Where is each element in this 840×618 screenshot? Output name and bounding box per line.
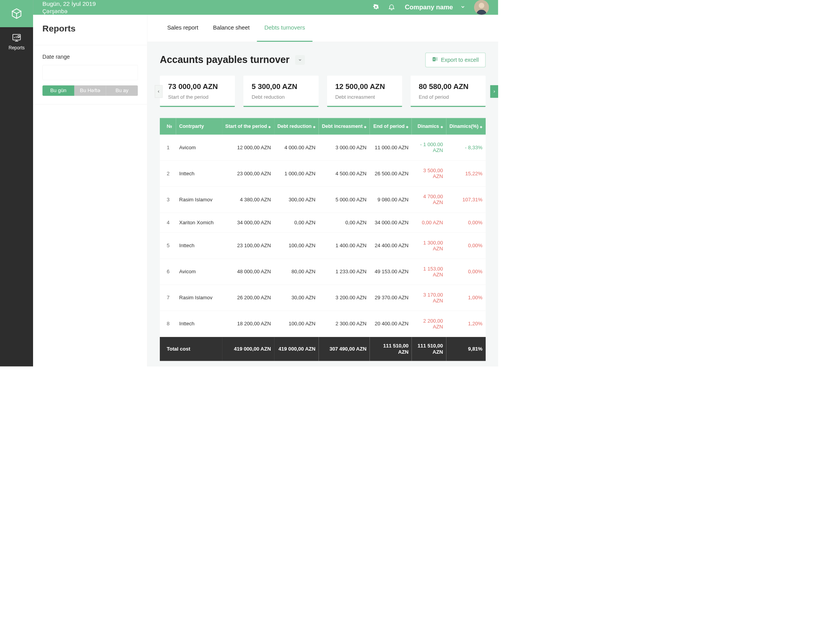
cell-start: 12 000,00 AZN — [222, 134, 274, 161]
table-row[interactable]: 1 Avicom 12 000,00 AZN 4 000.00 AZN 3 00… — [160, 134, 486, 161]
cell-reduction: 100,00 AZN — [274, 233, 319, 259]
date-range-input[interactable] — [42, 65, 138, 80]
table-row[interactable]: 5 Inttech 23 100,00 AZN 100,00 AZN 1 400… — [160, 233, 486, 259]
cell-num: 2 — [160, 161, 176, 187]
company-name: Company name — [405, 3, 453, 11]
col-dinamics-pct[interactable]: Dinamics(%)◆ — [446, 118, 485, 135]
col-increase[interactable]: Debt increasment◆ — [319, 118, 370, 135]
table-row[interactable]: 6 Avicom 48 000,00 AZN 80,00 AZN 1 233.0… — [160, 259, 486, 285]
cell-start: 48 000,00 AZN — [222, 259, 274, 285]
cell-reduction: 0,00 AZN — [274, 213, 319, 233]
cell-contrparty: Inttech — [176, 311, 222, 337]
kpi-card: 80 580,00 AZN End of period — [410, 76, 485, 107]
kpi-prev-button[interactable] — [155, 85, 163, 98]
cell-contrparty: Inttech — [176, 233, 222, 259]
header-day: Çərşənbə — [42, 8, 96, 15]
total-inc: 307 490,00 AZN — [319, 337, 370, 361]
cell-dinamics: 1 300,00 AZN — [412, 233, 446, 259]
cell-num: 4 — [160, 213, 176, 233]
seg-today[interactable]: Bu gün — [42, 85, 74, 96]
cell-dinamics: 0,00 AZN — [412, 213, 446, 233]
cell-num: 1 — [160, 134, 176, 161]
cell-increase: 4 500.00 AZN — [319, 161, 370, 187]
cell-end: 29 370.00 AZN — [370, 285, 412, 311]
col-dinamics[interactable]: Dinamics◆ — [412, 118, 446, 135]
cell-contrparty: Xariton Xomich — [176, 213, 222, 233]
total-label: Total cost — [160, 337, 222, 361]
cell-start: 23 100,00 AZN — [222, 233, 274, 259]
tab-debts[interactable]: Debts turnovers — [257, 15, 313, 42]
svg-point-1 — [18, 35, 20, 37]
rail-item-label: Reports — [0, 45, 33, 51]
svg-rect-7 — [436, 59, 438, 59]
total-pct: 9,81% — [446, 337, 485, 361]
cell-dinamics: 3 170,00 AZN — [412, 285, 446, 311]
svg-rect-8 — [436, 60, 438, 61]
table-row[interactable]: 2 Inttech 23 000,00 AZN 1 000,00 AZN 4 5… — [160, 161, 486, 187]
col-reduction[interactable]: Debt reduction◆ — [274, 118, 319, 135]
export-label: Export to excell — [441, 57, 479, 63]
cell-start: 26 200,00 AZN — [222, 285, 274, 311]
cell-dinamics-pct: 1,00% — [446, 285, 485, 311]
kpi-value: 80 580,00 AZN — [419, 82, 478, 91]
cell-reduction: 30,00 AZN — [274, 285, 319, 311]
cell-end: 34 000.00 AZN — [370, 213, 412, 233]
cell-increase: 1 233.00 AZN — [319, 259, 370, 285]
avatar[interactable] — [474, 0, 489, 15]
cell-dinamics-pct: 1,20% — [446, 311, 485, 337]
table-row[interactable]: 7 Rasim Islamov 26 200,00 AZN 30,00 AZN … — [160, 285, 486, 311]
gear-icon[interactable] — [372, 3, 380, 11]
company-caret-icon[interactable] — [460, 4, 466, 10]
kpi-value: 12 500,00 AZN — [335, 82, 394, 91]
col-start[interactable]: Start of the period◆ — [222, 118, 274, 135]
cell-num: 5 — [160, 233, 176, 259]
cell-contrparty: Avicom — [176, 134, 222, 161]
svg-point-4 — [479, 3, 484, 8]
page-title: Accaunts payables turnover — [160, 54, 290, 65]
cell-increase: 2 300.00 AZN — [319, 311, 370, 337]
app-logo[interactable] — [0, 0, 33, 27]
cell-end: 24 400.00 AZN — [370, 233, 412, 259]
kpi-next-button[interactable] — [490, 85, 498, 98]
cell-start: 23 000,00 AZN — [222, 161, 274, 187]
date-range-label: Date range — [42, 54, 138, 60]
cell-increase: 1 400.00 AZN — [319, 233, 370, 259]
cell-increase: 3 200.00 AZN — [319, 285, 370, 311]
cell-num: 7 — [160, 285, 176, 311]
bell-icon[interactable] — [388, 3, 395, 11]
cell-contrparty: Inttech — [176, 161, 222, 187]
seg-month[interactable]: Bu ay — [106, 85, 138, 96]
tab-balance[interactable]: Balance sheet — [206, 15, 257, 42]
rail-item-reports[interactable]: Reports — [0, 27, 33, 56]
cell-dinamics: 3 500,00 AZN — [412, 161, 446, 187]
cell-num: 8 — [160, 311, 176, 337]
col-num[interactable]: № — [160, 118, 176, 135]
table-row[interactable]: 3 Rasim Islamov 4 380,00 AZN 300,00 AZN … — [160, 187, 486, 213]
cell-num: 6 — [160, 259, 176, 285]
kpi-card: 5 300,00 AZN Debt reduction — [243, 76, 318, 107]
cell-reduction: 1 000,00 AZN — [274, 161, 319, 187]
kpi-label: Debt reduction — [252, 94, 310, 100]
cell-dinamics: - 1 000.00 AZN — [412, 134, 446, 161]
page-title-dropdown[interactable] — [295, 55, 305, 65]
cell-start: 18 200,00 AZN — [222, 311, 274, 337]
cell-dinamics-pct: 0,00% — [446, 259, 485, 285]
col-end[interactable]: End of period◆ — [370, 118, 412, 135]
cell-dinamics-pct: - 8,33% — [446, 134, 485, 161]
side-panel: Reports Date range Bu gün Bu Həftə Bu ay — [33, 15, 147, 367]
seg-week[interactable]: Bu Həftə — [74, 85, 106, 96]
kpi-label: Debt increasment — [335, 94, 394, 100]
total-din: 111 510,00 AZN — [412, 337, 446, 361]
col-contrparty[interactable]: Contrparty — [176, 118, 222, 135]
table-row[interactable]: 4 Xariton Xomich 34 000,00 AZN 0,00 AZN … — [160, 213, 486, 233]
kpi-value: 73 000,00 AZN — [168, 82, 227, 91]
table-row[interactable]: 8 Inttech 18 200,00 AZN 100,00 AZN 2 300… — [160, 311, 486, 337]
kpi-label: End of period — [419, 94, 478, 100]
tab-sales[interactable]: Sales report — [160, 15, 206, 42]
cell-end: 49 153.00 AZN — [370, 259, 412, 285]
nav-rail: Reports — [0, 0, 33, 367]
cell-end: 26 500.00 AZN — [370, 161, 412, 187]
cell-contrparty: Rasim Islamov — [176, 187, 222, 213]
kpi-card: 12 500,00 AZN Debt increasment — [327, 76, 402, 107]
export-button[interactable]: Export to excell — [425, 52, 485, 67]
